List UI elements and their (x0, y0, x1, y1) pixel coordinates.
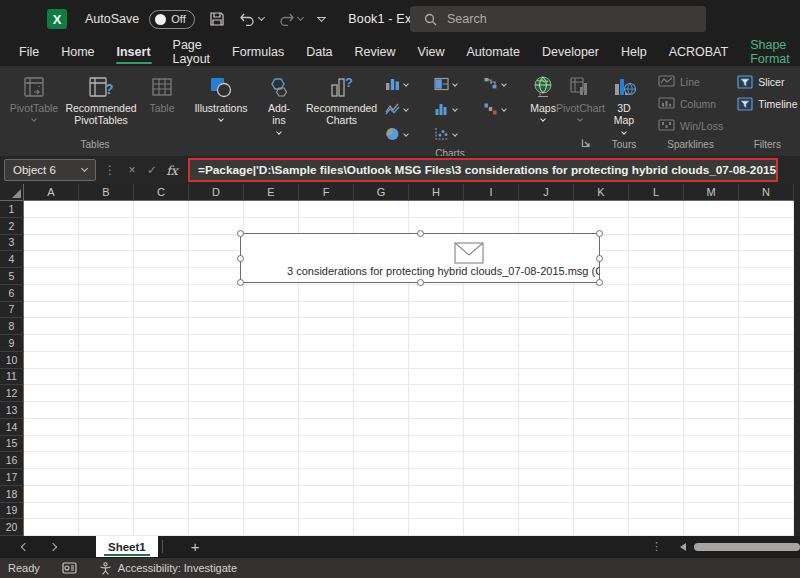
grid-cell-h17[interactable] (409, 469, 464, 486)
grid-cell-d3[interactable] (189, 235, 244, 252)
column-header-c[interactable]: C (134, 184, 189, 201)
grid-cell-l19[interactable] (629, 503, 684, 520)
save-button[interactable] (209, 11, 225, 27)
selection-handle[interactable] (417, 279, 424, 286)
grid-cell-a15[interactable] (24, 436, 79, 453)
grid-cell-m1[interactable] (684, 201, 739, 218)
sheet-options-button[interactable]: ⋮ (651, 540, 662, 553)
grid-cell-j2[interactable] (519, 218, 574, 235)
grid-cell-c11[interactable] (134, 369, 189, 386)
grid-cell-l14[interactable] (629, 419, 684, 436)
grid-cell-e14[interactable] (244, 419, 299, 436)
tab-file[interactable]: File (8, 38, 50, 66)
formula-bar-splitter[interactable]: ⋮ (104, 163, 116, 177)
grid-cell-i12[interactable] (464, 385, 519, 402)
grid-cell-i7[interactable] (464, 302, 519, 319)
grid-cell-i8[interactable] (464, 318, 519, 335)
grid-cell-f17[interactable] (299, 469, 354, 486)
grid-cell-d14[interactable] (189, 419, 244, 436)
row-header-5[interactable]: 5 (0, 268, 24, 285)
grid-cell-k6[interactable] (574, 285, 629, 302)
row-header-6[interactable]: 6 (0, 285, 24, 302)
selection-handle[interactable] (237, 279, 244, 286)
grid-cell-a2[interactable] (24, 218, 79, 235)
grid-cell-n12[interactable] (739, 385, 794, 402)
grid-cell-m16[interactable] (684, 452, 739, 469)
row-header-2[interactable]: 2 (0, 218, 24, 235)
grid-cell-a16[interactable] (24, 452, 79, 469)
slicer-button[interactable]: Slicer (733, 72, 800, 91)
grid-cell-l18[interactable] (629, 486, 684, 503)
grid-cell-n10[interactable] (739, 352, 794, 369)
row-header-7[interactable]: 7 (0, 302, 24, 319)
tab-automate[interactable]: Automate (455, 38, 531, 66)
name-box[interactable]: Object 6 (4, 159, 96, 181)
grid-cell-g18[interactable] (354, 486, 409, 503)
table-button[interactable]: Table (140, 71, 184, 114)
grid-cell-k7[interactable] (574, 302, 629, 319)
grid-cell-i11[interactable] (464, 369, 519, 386)
grid-cell-e17[interactable] (244, 469, 299, 486)
cancel-button[interactable]: × (122, 163, 142, 177)
grid-cell-d15[interactable] (189, 436, 244, 453)
timeline-button[interactable]: Timeline (733, 94, 800, 113)
grid-cell-d6[interactable] (189, 285, 244, 302)
grid-cell-k19[interactable] (574, 503, 629, 520)
previous-sheet-button[interactable] (21, 542, 29, 550)
grid-cell-f15[interactable] (299, 436, 354, 453)
tab-data[interactable]: Data (295, 38, 343, 66)
grid-cell-c1[interactable] (134, 201, 189, 218)
grid-cell-k18[interactable] (574, 486, 629, 503)
grid-cell-c4[interactable] (134, 251, 189, 268)
grid-cell-h9[interactable] (409, 335, 464, 352)
tab-acrobat[interactable]: ACROBAT (658, 38, 740, 66)
grid-cell-l1[interactable] (629, 201, 684, 218)
grid-cell-h16[interactable] (409, 452, 464, 469)
grid-cell-n8[interactable] (739, 318, 794, 335)
column-header-g[interactable]: G (354, 184, 409, 201)
grid-cell-i13[interactable] (464, 402, 519, 419)
grid-cell-h15[interactable] (409, 436, 464, 453)
grid-cell-j20[interactable] (519, 519, 574, 536)
waterfall-chart-button[interactable] (479, 102, 528, 120)
grid-cell-i19[interactable] (464, 503, 519, 520)
undo-button[interactable] (239, 12, 264, 26)
row-header-19[interactable]: 19 (0, 503, 24, 520)
grid-cell-h18[interactable] (409, 486, 464, 503)
grid-cell-j15[interactable] (519, 436, 574, 453)
grid-cell-l2[interactable] (629, 218, 684, 235)
grid-cell-n15[interactable] (739, 436, 794, 453)
grid-cell-a7[interactable] (24, 302, 79, 319)
grid-cell-l9[interactable] (629, 335, 684, 352)
enter-button[interactable]: ✓ (142, 163, 162, 177)
grid-cell-f13[interactable] (299, 402, 354, 419)
tab-insert[interactable]: Insert (106, 38, 162, 66)
grid-cell-a12[interactable] (24, 385, 79, 402)
grid-cell-g9[interactable] (354, 335, 409, 352)
grid-cell-j10[interactable] (519, 352, 574, 369)
grid-cell-a20[interactable] (24, 519, 79, 536)
recommended-pivottables-button[interactable]: ? Recommended PivotTables (62, 71, 140, 127)
grid-cell-b7[interactable] (79, 302, 134, 319)
grid-cell-e20[interactable] (244, 519, 299, 536)
grid-cell-j9[interactable] (519, 335, 574, 352)
select-all-button[interactable] (0, 184, 24, 201)
row-header-9[interactable]: 9 (0, 335, 24, 352)
grid-cell-d12[interactable] (189, 385, 244, 402)
grid-cell-k14[interactable] (574, 419, 629, 436)
grid-cell-j14[interactable] (519, 419, 574, 436)
grid-cell-b14[interactable] (79, 419, 134, 436)
tab-page-layout[interactable]: Page Layout (162, 38, 222, 66)
grid-cell-d17[interactable] (189, 469, 244, 486)
grid-cell-e11[interactable] (244, 369, 299, 386)
selection-handle[interactable] (237, 230, 244, 237)
grid-cell-f18[interactable] (299, 486, 354, 503)
grid-cell-b13[interactable] (79, 402, 134, 419)
embedded-msg-object[interactable]: 3 considerations for protecting hybrid c… (240, 233, 600, 283)
row-header-13[interactable]: 13 (0, 402, 24, 419)
column-header-h[interactable]: H (409, 184, 464, 201)
row-header-18[interactable]: 18 (0, 486, 24, 503)
maps-button[interactable]: Maps (530, 71, 556, 121)
grid-cell-i16[interactable] (464, 452, 519, 469)
grid-cell-b12[interactable] (79, 385, 134, 402)
